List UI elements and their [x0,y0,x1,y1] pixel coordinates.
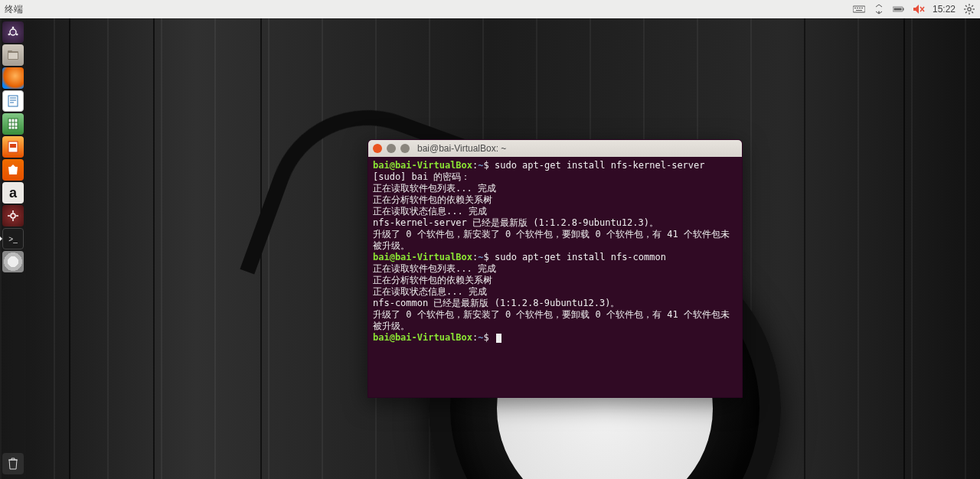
svg-rect-7 [903,8,903,11]
active-app-name[interactable]: 终端 [5,3,23,16]
battery-icon[interactable] [893,3,905,15]
window-maximize-button[interactable] [400,144,410,153]
svg-point-20 [16,34,18,36]
launcher-amazon[interactable]: a [2,182,24,204]
svg-point-19 [12,27,15,29]
window-close-button[interactable] [373,144,382,153]
launcher-files[interactable] [2,44,24,66]
terminal-output-line: [sudo] bai 的密码： [373,171,737,183]
launcher-trash[interactable] [2,453,24,474]
window-minimize-button[interactable] [387,144,396,153]
launcher: a >_ [0,18,26,479]
terminal-output-line: 正在分析软件包的依赖关系树 [373,275,737,286]
terminal-output-line: 升级了 0 个软件包，新安装了 0 个软件包，要卸载 0 个软件包，有 41 个… [373,309,737,332]
terminal-output-line: 正在分析软件包的依赖关系树 [373,194,737,206]
launcher-writer[interactable] [2,90,24,112]
terminal-output-line: 正在读取状态信息... 完成 [373,286,737,298]
svg-rect-4 [861,8,863,8]
terminal-output-line: nfs-kernel-server 已经是最新版 (1:1.2.8-9ubunt… [373,217,737,229]
svg-rect-25 [8,96,18,106]
launcher-calc[interactable] [2,113,24,135]
terminal-cursor [496,334,501,343]
svg-point-18 [10,29,16,35]
terminal-output-line: nfs-common 已经是最新版 (1:1.2.8-9ubuntu12.3)。 [373,298,737,309]
terminal-glyph: >_ [8,235,17,243]
launcher-terminal[interactable]: >_ [2,228,24,249]
svg-rect-29 [8,119,18,129]
launcher-software[interactable] [2,159,24,181]
svg-line-17 [965,11,967,13]
terminal-output-line: 正在读取软件包列表... 完成 [373,263,737,275]
svg-line-16 [972,5,973,7]
terminal-prompt-line: bai@bai-VirtualBox:~$ sudo apt-get insta… [373,160,737,171]
svg-rect-5 [856,10,862,11]
svg-point-9 [968,8,971,11]
svg-rect-35 [10,144,16,148]
launcher-settings[interactable] [2,205,24,226]
terminal-prompt-line: bai@bai-VirtualBox:~$ sudo apt-get insta… [373,252,737,263]
svg-point-36 [11,213,15,218]
window-title: bai@bai-VirtualBox: ~ [417,143,506,154]
svg-rect-0 [853,6,865,12]
launcher-impress[interactable] [2,136,24,158]
keyboard-icon[interactable] [853,3,865,15]
terminal-output-line: 升级了 0 个软件包，新安装了 0 个软件包，要卸载 0 个软件包，有 41 个… [373,229,737,252]
amazon-glyph: a [9,185,17,201]
svg-point-21 [8,34,11,36]
launcher-disk[interactable] [2,251,24,272]
launcher-firefox[interactable] [2,67,24,89]
terminal-body[interactable]: bai@bai-VirtualBox:~$ sudo apt-get insta… [368,157,742,397]
terminal-window[interactable]: bai@bai-VirtualBox: ~ bai@bai-VirtualBox… [368,139,743,398]
volume-mute-icon[interactable] [913,3,925,15]
clock-time[interactable]: 15:22 [933,4,956,15]
svg-line-14 [965,5,967,7]
terminal-prompt-line: bai@bai-VirtualBox:~$ [373,332,737,344]
gear-icon[interactable] [963,3,975,15]
svg-rect-23 [8,51,12,53]
launcher-dash[interactable] [2,21,24,43]
svg-line-15 [972,11,973,13]
menubar: 终端 15:22 [0,0,980,18]
svg-rect-3 [859,8,861,8]
svg-rect-8 [893,8,901,11]
svg-rect-24 [8,53,18,59]
window-titlebar[interactable]: bai@bai-VirtualBox: ~ [368,140,742,157]
svg-rect-2 [857,8,858,8]
terminal-output-line: 正在读取状态信息... 完成 [373,206,737,217]
network-icon[interactable] [873,3,885,15]
terminal-output-line: 正在读取软件包列表... 完成 [373,183,737,194]
svg-rect-1 [854,8,856,8]
